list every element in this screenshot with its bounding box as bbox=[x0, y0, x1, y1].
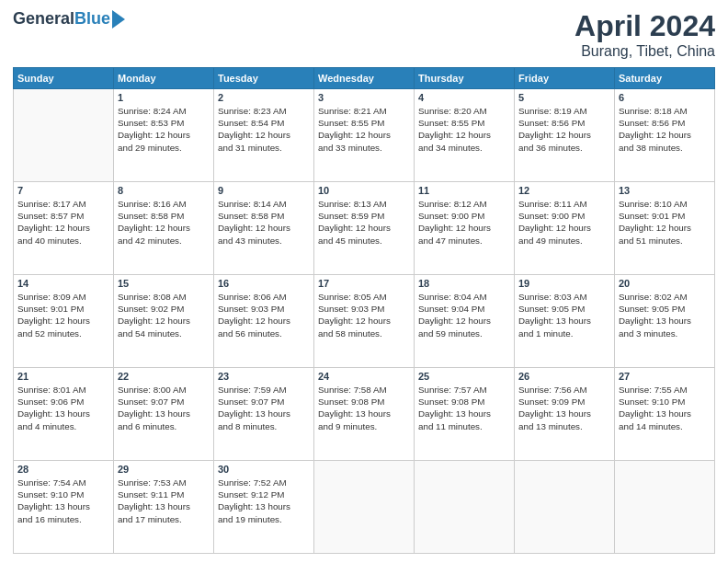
day-cell: 22 Sunrise: 8:00 AM Sunset: 9:07 PM Dayl… bbox=[114, 368, 214, 461]
day-info: Sunrise: 8:08 AM Sunset: 9:02 PM Dayligh… bbox=[118, 291, 210, 339]
day-info: Sunrise: 7:56 AM Sunset: 9:09 PM Dayligh… bbox=[518, 384, 610, 432]
day-info: Sunrise: 8:20 AM Sunset: 8:55 PM Dayligh… bbox=[418, 105, 510, 154]
day-number: 10 bbox=[318, 185, 410, 196]
logo-general-text: General bbox=[13, 9, 74, 29]
week-row-4: 21 Sunrise: 8:01 AM Sunset: 9:06 PM Dayl… bbox=[14, 368, 715, 461]
day-cell: 4 Sunrise: 8:20 AM Sunset: 8:55 PM Dayli… bbox=[415, 89, 515, 182]
logo-blue-text: Blue bbox=[74, 9, 110, 29]
day-cell: 10 Sunrise: 8:13 AM Sunset: 8:59 PM Dayl… bbox=[314, 182, 415, 275]
day-cell bbox=[415, 461, 515, 554]
day-number: 17 bbox=[318, 278, 410, 289]
day-cell: 28 Sunrise: 7:54 AM Sunset: 9:10 PM Dayl… bbox=[14, 461, 114, 554]
day-cell: 14 Sunrise: 8:09 AM Sunset: 9:01 PM Dayl… bbox=[14, 275, 114, 368]
day-info: Sunrise: 8:05 AM Sunset: 9:03 PM Dayligh… bbox=[318, 291, 410, 339]
day-number: 24 bbox=[318, 371, 410, 382]
day-number: 27 bbox=[619, 371, 711, 382]
day-number: 2 bbox=[218, 92, 310, 103]
day-info: Sunrise: 8:00 AM Sunset: 9:07 PM Dayligh… bbox=[118, 384, 210, 432]
day-cell: 2 Sunrise: 8:23 AM Sunset: 8:54 PM Dayli… bbox=[214, 89, 314, 182]
day-info: Sunrise: 8:24 AM Sunset: 8:53 PM Dayligh… bbox=[118, 105, 210, 154]
day-number: 12 bbox=[518, 185, 610, 196]
day-info: Sunrise: 8:06 AM Sunset: 9:03 PM Dayligh… bbox=[218, 291, 310, 339]
day-cell: 13 Sunrise: 8:10 AM Sunset: 9:01 PM Dayl… bbox=[615, 182, 715, 275]
day-info: Sunrise: 8:04 AM Sunset: 9:04 PM Dayligh… bbox=[418, 291, 510, 339]
day-number: 30 bbox=[218, 464, 310, 475]
day-info: Sunrise: 8:23 AM Sunset: 8:54 PM Dayligh… bbox=[218, 105, 310, 154]
day-info: Sunrise: 7:55 AM Sunset: 9:10 PM Dayligh… bbox=[619, 384, 711, 432]
day-number: 25 bbox=[418, 371, 510, 382]
day-cell: 27 Sunrise: 7:55 AM Sunset: 9:10 PM Dayl… bbox=[615, 368, 715, 461]
day-info: Sunrise: 7:52 AM Sunset: 9:12 PM Dayligh… bbox=[218, 477, 310, 525]
week-row-1: 1 Sunrise: 8:24 AM Sunset: 8:53 PM Dayli… bbox=[14, 89, 715, 182]
week-row-3: 14 Sunrise: 8:09 AM Sunset: 9:01 PM Dayl… bbox=[14, 275, 715, 368]
day-cell: 16 Sunrise: 8:06 AM Sunset: 9:03 PM Dayl… bbox=[214, 275, 314, 368]
day-cell: 26 Sunrise: 7:56 AM Sunset: 9:09 PM Dayl… bbox=[515, 368, 615, 461]
day-header-friday: Friday bbox=[515, 68, 615, 89]
day-header-saturday: Saturday bbox=[615, 68, 715, 89]
day-info: Sunrise: 8:16 AM Sunset: 8:58 PM Dayligh… bbox=[118, 198, 210, 247]
day-info: Sunrise: 8:14 AM Sunset: 8:58 PM Dayligh… bbox=[218, 198, 310, 247]
day-cell: 11 Sunrise: 8:12 AM Sunset: 9:00 PM Dayl… bbox=[415, 182, 515, 275]
day-info: Sunrise: 7:59 AM Sunset: 9:07 PM Dayligh… bbox=[218, 384, 310, 432]
day-cell bbox=[314, 461, 415, 554]
day-cell: 1 Sunrise: 8:24 AM Sunset: 8:53 PM Dayli… bbox=[114, 89, 214, 182]
calendar-title: April 2024 bbox=[574, 9, 715, 43]
day-info: Sunrise: 8:21 AM Sunset: 8:55 PM Dayligh… bbox=[318, 105, 410, 154]
day-number: 3 bbox=[318, 92, 410, 103]
day-number: 16 bbox=[218, 278, 310, 289]
day-info: Sunrise: 8:03 AM Sunset: 9:05 PM Dayligh… bbox=[518, 291, 610, 339]
day-cell: 18 Sunrise: 8:04 AM Sunset: 9:04 PM Dayl… bbox=[415, 275, 515, 368]
day-cell: 8 Sunrise: 8:16 AM Sunset: 8:58 PM Dayli… bbox=[114, 182, 214, 275]
day-cell: 23 Sunrise: 7:59 AM Sunset: 9:07 PM Dayl… bbox=[214, 368, 314, 461]
day-number: 13 bbox=[619, 185, 711, 196]
day-cell: 7 Sunrise: 8:17 AM Sunset: 8:57 PM Dayli… bbox=[14, 182, 114, 275]
day-cell: 24 Sunrise: 7:58 AM Sunset: 9:08 PM Dayl… bbox=[314, 368, 415, 461]
day-number: 7 bbox=[17, 185, 109, 196]
day-cell: 5 Sunrise: 8:19 AM Sunset: 8:56 PM Dayli… bbox=[515, 89, 615, 182]
title-block: April 2024 Burang, Tibet, China bbox=[574, 9, 715, 60]
day-info: Sunrise: 8:17 AM Sunset: 8:57 PM Dayligh… bbox=[17, 198, 109, 247]
day-cell: 29 Sunrise: 7:53 AM Sunset: 9:11 PM Dayl… bbox=[114, 461, 214, 554]
week-row-2: 7 Sunrise: 8:17 AM Sunset: 8:57 PM Dayli… bbox=[14, 182, 715, 275]
day-number: 5 bbox=[518, 92, 610, 103]
day-info: Sunrise: 8:10 AM Sunset: 9:01 PM Dayligh… bbox=[619, 198, 711, 247]
page: General Blue April 2024 Burang, Tibet, C… bbox=[0, 0, 728, 563]
day-cell: 21 Sunrise: 8:01 AM Sunset: 9:06 PM Dayl… bbox=[14, 368, 114, 461]
day-cell: 20 Sunrise: 8:02 AM Sunset: 9:05 PM Dayl… bbox=[615, 275, 715, 368]
day-header-tuesday: Tuesday bbox=[214, 68, 314, 89]
day-info: Sunrise: 7:53 AM Sunset: 9:11 PM Dayligh… bbox=[118, 477, 210, 525]
header: General Blue April 2024 Burang, Tibet, C… bbox=[13, 9, 715, 60]
day-number: 14 bbox=[17, 278, 109, 289]
day-info: Sunrise: 7:58 AM Sunset: 9:08 PM Dayligh… bbox=[318, 384, 410, 432]
day-number: 22 bbox=[118, 371, 210, 382]
day-cell: 19 Sunrise: 8:03 AM Sunset: 9:05 PM Dayl… bbox=[515, 275, 615, 368]
calendar-table: SundayMondayTuesdayWednesdayThursdayFrid… bbox=[13, 67, 715, 554]
logo-arrow-icon bbox=[112, 10, 125, 29]
calendar-subtitle: Burang, Tibet, China bbox=[574, 43, 715, 60]
day-cell bbox=[14, 89, 114, 182]
week-row-5: 28 Sunrise: 7:54 AM Sunset: 9:10 PM Dayl… bbox=[14, 461, 715, 554]
day-info: Sunrise: 8:18 AM Sunset: 8:56 PM Dayligh… bbox=[619, 105, 711, 154]
header-row: SundayMondayTuesdayWednesdayThursdayFrid… bbox=[14, 68, 715, 89]
day-info: Sunrise: 7:57 AM Sunset: 9:08 PM Dayligh… bbox=[418, 384, 510, 432]
day-number: 26 bbox=[518, 371, 610, 382]
day-cell: 6 Sunrise: 8:18 AM Sunset: 8:56 PM Dayli… bbox=[615, 89, 715, 182]
day-number: 28 bbox=[17, 464, 109, 475]
day-cell: 25 Sunrise: 7:57 AM Sunset: 9:08 PM Dayl… bbox=[415, 368, 515, 461]
day-cell bbox=[615, 461, 715, 554]
day-header-monday: Monday bbox=[114, 68, 214, 89]
day-number: 8 bbox=[118, 185, 210, 196]
day-info: Sunrise: 8:01 AM Sunset: 9:06 PM Dayligh… bbox=[17, 384, 109, 432]
day-header-sunday: Sunday bbox=[14, 68, 114, 89]
day-info: Sunrise: 7:54 AM Sunset: 9:10 PM Dayligh… bbox=[17, 477, 109, 525]
day-number: 6 bbox=[619, 92, 711, 103]
day-number: 19 bbox=[518, 278, 610, 289]
day-number: 18 bbox=[418, 278, 510, 289]
day-cell: 30 Sunrise: 7:52 AM Sunset: 9:12 PM Dayl… bbox=[214, 461, 314, 554]
day-info: Sunrise: 8:19 AM Sunset: 8:56 PM Dayligh… bbox=[518, 105, 610, 154]
day-info: Sunrise: 8:13 AM Sunset: 8:59 PM Dayligh… bbox=[318, 198, 410, 247]
day-cell: 12 Sunrise: 8:11 AM Sunset: 9:00 PM Dayl… bbox=[515, 182, 615, 275]
day-cell bbox=[515, 461, 615, 554]
day-cell: 9 Sunrise: 8:14 AM Sunset: 8:58 PM Dayli… bbox=[214, 182, 314, 275]
day-number: 11 bbox=[418, 185, 510, 196]
